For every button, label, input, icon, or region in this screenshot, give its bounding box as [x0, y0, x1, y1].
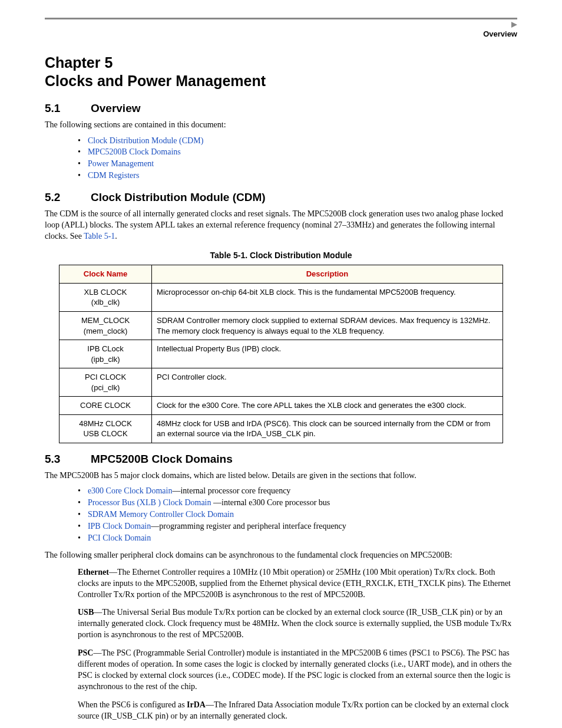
s1-intro: The following sections are contained in …	[45, 120, 517, 131]
clock-desc-cell: PCI Controller clock.	[152, 368, 503, 397]
th-clock-name: Clock Name	[59, 265, 152, 284]
section-number: 5.1	[45, 101, 91, 116]
clock-name-cell: XLB CLOCK(xlb_clk)	[59, 283, 152, 311]
header-rule	[45, 18, 517, 19]
ethernet-label: Ethernet	[78, 568, 109, 577]
chapter-number: Chapter 5	[45, 54, 113, 71]
clock-desc-cell: 48MHz clock for USB and IrDA (PSC6). Thi…	[152, 414, 503, 443]
s3-domain-list: e300 Core Clock Domain—internal processo…	[78, 486, 517, 543]
list-item: Clock Distribution Module (CDM)	[78, 136, 517, 147]
link-table-5-1[interactable]: Table 5-1	[84, 232, 115, 241]
chapter-name: Clocks and Power Management	[45, 73, 266, 89]
link-power-mgmt[interactable]: Power Management	[88, 159, 154, 168]
header-arrow-row	[45, 22, 517, 28]
s3-after: The following smaller peripheral clock d…	[45, 550, 517, 561]
table-header-row: Clock Name Description	[59, 265, 503, 284]
table-row: MEM_CLOCK(mem_clock)SDRAM Controller mem…	[59, 311, 503, 340]
chapter-title: Chapter 5 Clocks and Power Management	[45, 54, 517, 91]
clock-name-cell: CORE CLOCK	[59, 397, 152, 415]
header-section-label: Overview	[45, 29, 517, 39]
ethernet-text: —The Ethernet Controller requires a 10MH…	[78, 568, 511, 599]
irda-paragraph: When the PSC6 is configured as IrDA—The …	[78, 700, 517, 722]
s2-body-text-b: .	[115, 232, 117, 241]
list-item: CDM Registers	[78, 170, 517, 182]
usb-label: USB	[78, 608, 94, 617]
link-cdm-registers[interactable]: CDM Registers	[88, 171, 140, 180]
domain-link[interactable]: IPB Clock Domain	[88, 522, 151, 531]
domain-link[interactable]: PCI Clock Domain	[88, 533, 151, 542]
domain-rest: —internal processor core frequency	[172, 486, 290, 495]
table-row: IPB CLock(ipb_clk)Intellectual Property …	[59, 340, 503, 368]
s2-body: The CDM is the source of all internally …	[45, 209, 517, 242]
clock-name-cell: PCI CLOCK(pci_clk)	[59, 368, 152, 397]
th-description: Description	[152, 265, 503, 284]
section-title: Clock Distribution Module (CDM)	[91, 191, 266, 203]
clock-desc-cell: SDRAM Controller memory clock supplied t…	[152, 311, 503, 340]
section-number: 5.2	[45, 190, 91, 205]
peripheral-domains: Ethernet—The Ethernet Controller require…	[78, 567, 517, 728]
clock-desc-cell: Intellectual Property Bus (IPB) clock.	[152, 340, 503, 368]
irda-text-a: When the PSC6 is configured as	[78, 700, 187, 709]
psc-label: PSC	[78, 648, 93, 657]
clock-desc-cell: Clock for the e300 Core. The core APLL t…	[152, 397, 503, 415]
list-item: Processor Bus (XLB ) Clock Domain —inter…	[78, 498, 517, 509]
table-row: CORE CLOCKClock for the e300 Core. The c…	[59, 397, 503, 415]
domain-rest: —programming register and peripheral int…	[151, 522, 346, 531]
domain-link[interactable]: SDRAM Memory Controller Clock Domain	[88, 510, 234, 519]
link-clock-domains[interactable]: MPC5200B Clock Domains	[88, 147, 181, 156]
section-5-2-heading: 5.2Clock Distribution Module (CDM)	[45, 190, 517, 205]
section-5-3-heading: 5.3MPC5200B Clock Domains	[45, 452, 517, 467]
usb-text: —The Universal Serial Bus module Tx/Rx p…	[78, 608, 511, 639]
table-5-1-caption: Table 5-1. Clock Distribution Module	[45, 250, 517, 261]
section-5-1-heading: 5.1Overview	[45, 101, 517, 116]
list-item: SDRAM Memory Controller Clock Domain	[78, 509, 517, 521]
table-row: XLB CLOCK(xlb_clk)Microprocessor on-chip…	[59, 283, 503, 311]
psc-paragraph: PSC—The PSC (Programmable Serial Control…	[78, 648, 517, 693]
list-item: PCI Clock Domain	[78, 533, 517, 544]
table-5-1: Clock Name Description XLB CLOCK(xlb_clk…	[59, 265, 503, 443]
clock-name-cell: IPB CLock(ipb_clk)	[59, 340, 152, 368]
s1-link-list: Clock Distribution Module (CDM) MPC5200B…	[78, 136, 517, 182]
table-row: PCI CLOCK(pci_clk)PCI Controller clock.	[59, 368, 503, 397]
section-title: Overview	[91, 102, 141, 114]
ethernet-paragraph: Ethernet—The Ethernet Controller require…	[78, 567, 517, 601]
link-cdm[interactable]: Clock Distribution Module (CDM)	[88, 136, 203, 145]
psc-text: —The PSC (Programmable Serial Controller…	[78, 648, 512, 691]
clock-name-cell: MEM_CLOCK(mem_clock)	[59, 311, 152, 340]
clock-desc-cell: Microprocessor on-chip 64-bit XLB clock.…	[152, 283, 503, 311]
usb-paragraph: USB—The Universal Serial Bus module Tx/R…	[78, 607, 517, 641]
list-item: Power Management	[78, 159, 517, 170]
clock-name-cell: 48MHz CLOCKUSB CLOCK	[59, 414, 152, 443]
table-row: 48MHz CLOCKUSB CLOCK48MHz clock for USB …	[59, 414, 503, 443]
chevron-right-icon	[511, 22, 517, 28]
domain-link[interactable]: e300 Core Clock Domain	[88, 486, 172, 495]
section-title: MPC5200B Clock Domains	[91, 453, 233, 465]
list-item: e300 Core Clock Domain—internal processo…	[78, 486, 517, 497]
domain-link[interactable]: Processor Bus (XLB ) Clock Domain	[88, 498, 213, 507]
s3-intro: The MPC5200B has 5 major clock domains, …	[45, 470, 517, 482]
domain-rest: —internal e300 Core processor bus	[213, 498, 330, 507]
section-number: 5.3	[45, 452, 91, 467]
irda-label: IrDA	[187, 700, 206, 709]
list-item: IPB Clock Domain—programming register an…	[78, 521, 517, 532]
list-item: MPC5200B Clock Domains	[78, 147, 517, 158]
